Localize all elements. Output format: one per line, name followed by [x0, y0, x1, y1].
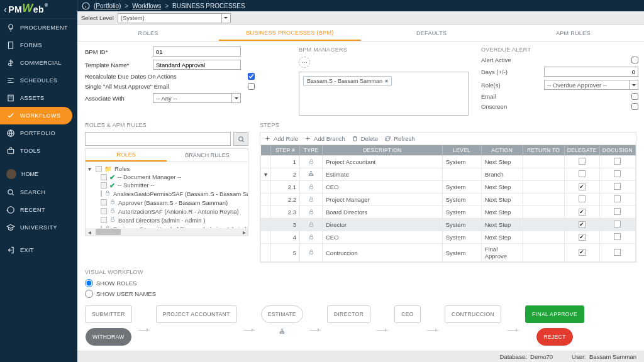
- select-level[interactable]: (System): [118, 13, 231, 23]
- crumb-workflows[interactable]: Workflows: [132, 3, 161, 9]
- tree-item[interactable]: ✔-- Submitter --: [87, 181, 247, 189]
- add-role-button[interactable]: Add Role: [264, 135, 298, 142]
- svg-point-26: [283, 332, 284, 334]
- table-row[interactable]: ▾ 2 Estimate Branch: [261, 168, 636, 181]
- chevron-down-icon: [231, 94, 240, 102]
- steps-grid: STEP # TYPE DESCRIPTION LEVEL ACTION RET…: [260, 145, 636, 263]
- svg-point-24: [280, 332, 281, 334]
- nav-workflows[interactable]: WORKFLOWS: [0, 107, 72, 124]
- alert-onscreen-label: Onscreen: [481, 103, 525, 110]
- svg-point-4: [8, 190, 13, 194]
- nav-primary: PROCUREMENT FORMS COMMERCIAL SCHEDULES A…: [0, 19, 77, 362]
- level-bar: Select Level (System): [77, 11, 644, 25]
- svg-rect-10: [111, 219, 114, 222]
- nav-assets[interactable]: ASSETS: [0, 89, 77, 107]
- roles-search-input[interactable]: [85, 132, 231, 146]
- subtab-branch-rules[interactable]: BRANCH RULES: [167, 149, 248, 162]
- associate-select[interactable]: -- Any --: [153, 93, 241, 103]
- nav-portfolio[interactable]: PORTFOLIO: [0, 124, 77, 142]
- search-icon: [237, 135, 245, 143]
- delete-button[interactable]: Delete: [352, 135, 378, 142]
- svg-rect-22: [309, 252, 313, 255]
- show-roles-radio[interactable]: SHOW ROLES: [85, 279, 636, 287]
- tree-item[interactable]: AutorizacionSAF (Antonio.R - Antonio Rey…: [87, 207, 247, 216]
- nav-home[interactable]: HOME: [0, 165, 77, 184]
- single-approve-label: Single "All Must Approve" Email: [85, 83, 169, 90]
- remove-chip-icon[interactable]: ×: [385, 78, 388, 84]
- tree-item[interactable]: Board Directors (admin - Admin ): [87, 216, 247, 224]
- info-icon[interactable]: [82, 2, 90, 10]
- tab-bpm[interactable]: BUSINESS PROCESSES (BPM): [219, 25, 360, 41]
- node-final-approve[interactable]: FINAL APPROVE: [525, 305, 584, 323]
- tree-item[interactable]: Approver (Bassam.S - Bassam Samman): [87, 198, 247, 207]
- svg-rect-21: [309, 236, 313, 239]
- roles-tree[interactable]: ▾📁Roles ✔-- Document Manager --✔-- Submi…: [85, 162, 248, 236]
- nav-search[interactable]: SEARCH: [0, 184, 77, 201]
- roles-search-button[interactable]: [233, 132, 248, 146]
- add-branch-button[interactable]: Add Branch: [304, 135, 345, 142]
- table-row[interactable]: 1 Project Accountant System Next Step: [261, 156, 636, 168]
- bpm-id-input[interactable]: [153, 47, 241, 57]
- nav-procurement[interactable]: PROCUREMENT: [0, 19, 77, 36]
- alert-active-checkbox[interactable]: [631, 57, 638, 63]
- alert-onscreen-checkbox[interactable]: [631, 103, 638, 110]
- tab-roles[interactable]: ROLES: [77, 25, 219, 41]
- tree-item[interactable]: AnalisisGastoPermisoSAF (Bassam.S - Bass…: [87, 189, 247, 198]
- tree-scrollbar[interactable]: ◂▸: [86, 228, 248, 236]
- refresh-button[interactable]: Refresh: [384, 135, 414, 142]
- node-reject[interactable]: REJECT: [536, 328, 572, 346]
- table-row[interactable]: 3 Director System Next Step: [261, 219, 636, 231]
- node-project-accountant[interactable]: PROJECT ACCOUNTANT: [156, 305, 237, 323]
- crumb-current: BUSINESS PROCESSES: [172, 3, 245, 9]
- tab-apm-rules[interactable]: APM RULES: [502, 25, 644, 41]
- user-label: User:: [572, 353, 586, 360]
- svg-rect-0: [9, 42, 13, 49]
- select-level-label: Select Level: [81, 14, 114, 21]
- breadcrumb: (Portfolio) > Workflows > BUSINESS PROCE…: [77, 0, 644, 11]
- steps-panel: STEPS Add Role Add Branch Delete Refresh…: [260, 122, 636, 263]
- table-row[interactable]: 2.3 Board Directors System Next Step: [261, 206, 636, 219]
- tab-defaults[interactable]: DEFAULTS: [361, 25, 502, 41]
- node-withdraw[interactable]: WITHDRAW: [86, 328, 131, 346]
- subtab-roles[interactable]: ROLES: [86, 149, 167, 162]
- associate-label: Associate With: [85, 95, 148, 102]
- nav-university[interactable]: UNIVERSITY: [0, 219, 77, 236]
- alert-email-checkbox[interactable]: [631, 93, 638, 100]
- node-estimate[interactable]: ESTIMATE: [261, 305, 303, 323]
- svg-rect-20: [309, 224, 313, 226]
- single-approve-checkbox[interactable]: [248, 83, 255, 90]
- crumb-portfolio[interactable]: (Portfolio): [94, 3, 121, 9]
- node-ceo[interactable]: CEO: [394, 305, 421, 323]
- svg-rect-8: [111, 202, 114, 204]
- svg-rect-9: [111, 211, 114, 213]
- tree-root[interactable]: ▾📁Roles: [87, 165, 247, 173]
- node-submitter[interactable]: SUBMITTER: [85, 305, 132, 323]
- days-input[interactable]: [544, 67, 638, 77]
- svg-point-15: [311, 175, 312, 176]
- svg-point-23: [281, 329, 282, 330]
- nav-schedules[interactable]: SCHEDULES: [0, 72, 77, 89]
- nav-forms[interactable]: FORMS: [0, 36, 77, 54]
- show-users-radio[interactable]: SHOW USER NAMES: [85, 290, 636, 298]
- node-contruccion[interactable]: CONTRUCCION: [445, 305, 501, 323]
- nav-commercial[interactable]: COMMERCIAL: [0, 54, 77, 72]
- table-row[interactable]: 4 CEO System Next Step: [261, 231, 636, 244]
- add-manager-button[interactable]: ⋯: [299, 57, 310, 68]
- user-value: Bassam Samman: [589, 353, 636, 360]
- nav-exit[interactable]: EXIT: [0, 241, 77, 259]
- overdue-alert: OVERDUE ALERT Alert Active Days (+/-) Ro…: [481, 47, 638, 116]
- nav-tools[interactable]: TOOLS: [0, 142, 77, 160]
- nav-recent[interactable]: RECENT: [0, 201, 77, 219]
- roles-select[interactable]: -- Overdue Approver --: [544, 80, 638, 90]
- recalc-label: Recalculate Due Dates On Actions: [85, 73, 177, 80]
- svg-rect-19: [309, 211, 313, 214]
- db-value: Demo70: [530, 353, 553, 360]
- table-row[interactable]: 2.1 CEO System Next Step: [261, 181, 636, 194]
- tree-item[interactable]: ✔-- Document Manager --: [87, 173, 247, 181]
- table-row[interactable]: 5 Contruccion System Final Approve: [261, 244, 636, 262]
- node-director[interactable]: DIRECTOR: [327, 305, 370, 323]
- template-name-input[interactable]: [153, 60, 241, 70]
- recalc-checkbox[interactable]: [248, 73, 255, 80]
- table-row[interactable]: 2.2 Project Manager System Next Step: [261, 194, 636, 206]
- steps-toolbar: Add Role Add Branch Delete Refresh: [260, 132, 636, 145]
